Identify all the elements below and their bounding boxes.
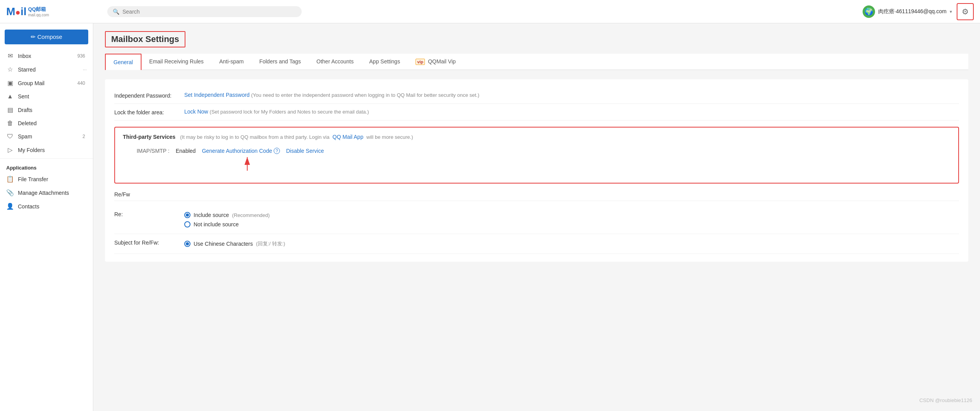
inbox-icon: ✉ — [6, 52, 14, 59]
third-party-desc2: will be more secure.) — [367, 134, 413, 140]
sidebar-item-label: Inbox — [18, 53, 31, 59]
compose-button[interactable]: ✏ Compose — [5, 30, 88, 44]
sidebar-item-group-mail[interactable]: ▣ Group Mail 440 — [0, 76, 93, 90]
sidebar-item-label: Manage Attachments — [18, 190, 69, 196]
re-include-source-option[interactable]: Include source (Recommended) — [184, 210, 959, 220]
sidebar-item-label: Starred — [18, 66, 36, 73]
starred-icon: ☆ — [6, 66, 14, 73]
sidebar: ✏ Compose ✉ Inbox 936 ☆ Starred ··· ▣ Gr… — [0, 23, 93, 411]
logo: M●il — [6, 5, 26, 18]
lock-folder-desc: (Set password lock for My Folders and No… — [210, 109, 369, 115]
sidebar-item-drafts[interactable]: ▤ Drafts — [0, 103, 93, 117]
subject-chinese-option[interactable]: Use Chinese Characters (回复:/ 转发:) — [184, 239, 959, 249]
drafts-icon: ▤ — [6, 106, 14, 114]
group-mail-badge: 440 — [76, 80, 87, 86]
subject-note: (回复:/ 转发:) — [256, 240, 285, 247]
qq-mail-app-link[interactable]: QQ Mail App — [332, 134, 363, 140]
file-transfer-icon: 📋 — [6, 175, 14, 183]
search-bar: 🔍 — [107, 6, 302, 17]
sidebar-item-starred[interactable]: ☆ Starred ··· — [0, 63, 93, 76]
re-options: Include source (Recommended) Not include… — [184, 210, 959, 229]
sidebar-item-label: Drafts — [18, 107, 32, 113]
inbox-badge: 936 — [76, 53, 87, 59]
main-layout: ✏ Compose ✉ Inbox 936 ☆ Starred ··· ▣ Gr… — [0, 23, 980, 411]
sidebar-item-label: My Folders — [18, 147, 45, 153]
independent-password-label: Independent Password: — [114, 92, 184, 99]
set-independent-password-link[interactable]: Set Independent Password — [184, 92, 250, 98]
tab-vip-label: QQMail Vip — [428, 58, 456, 65]
tabs: General Email Receiving Rules Anti-spam … — [105, 54, 968, 70]
contacts-icon: 👤 — [6, 203, 14, 210]
avatar: 🌍 — [863, 5, 875, 18]
independent-password-desc: (You need to enter the independent passw… — [251, 92, 479, 98]
vip-badge: vip — [416, 59, 425, 65]
tab-app-settings[interactable]: App Settings — [362, 54, 408, 70]
sidebar-item-my-folders[interactable]: ▷ My Folders — [0, 143, 93, 157]
re-option1-label: Include source — [194, 212, 229, 218]
third-party-title: Third-party Services (It may be risky to… — [123, 134, 950, 140]
header: M●il QQ邮箱 mail.qq.com 🔍 🌍 肉疙瘩·461119446@… — [0, 0, 980, 23]
subject-setting-row: Subject for Re/Fw: Use Chinese Character… — [114, 234, 959, 254]
sidebar-item-label: Deleted — [18, 120, 37, 126]
sidebar-item-label: Sent — [18, 93, 29, 100]
re-not-include-radio[interactable] — [184, 221, 190, 227]
tab-folders-tags[interactable]: Folders and Tags — [252, 54, 309, 70]
sidebar-item-file-transfer[interactable]: 📋 File Transfer — [0, 172, 93, 186]
settings-gear-button[interactable]: ⚙ — [957, 3, 974, 20]
lock-folder-label: Lock the folder area: — [114, 108, 184, 115]
sidebar-item-label: File Transfer — [18, 176, 48, 182]
lock-folder-value: Lock Now (Set password lock for My Folde… — [184, 108, 959, 115]
sidebar-item-spam[interactable]: 🛡 Spam 2 — [0, 130, 93, 143]
re-label: Re: — [114, 210, 184, 217]
tab-general[interactable]: General — [105, 54, 141, 70]
spam-icon: 🛡 — [6, 133, 14, 140]
lock-now-link[interactable]: Lock Now — [184, 108, 208, 115]
spam-badge: 2 — [81, 133, 87, 140]
disable-service-link[interactable]: Disable Service — [286, 148, 324, 154]
tab-anti-spam[interactable]: Anti-spam — [211, 54, 252, 70]
refw-section: Re/Fw Re: Include source (Recommended) N… — [114, 191, 959, 254]
user-info[interactable]: 🌍 肉疙瘩·461119446@qq.com ▾ — [863, 5, 952, 18]
my-folders-icon: ▷ — [6, 146, 14, 154]
starred-more: ··· — [83, 67, 87, 72]
refw-title: Re/Fw — [114, 191, 959, 201]
imap-label: IMAP/SMTP : — [123, 148, 169, 154]
sidebar-item-contacts[interactable]: 👤 Contacts — [0, 199, 93, 213]
sidebar-item-sent[interactable]: ▲ Sent — [0, 90, 93, 103]
lock-folder-row: Lock the folder area: Lock Now (Set pass… — [114, 104, 959, 121]
subject-chinese-radio[interactable] — [184, 241, 190, 247]
sidebar-item-deleted[interactable]: 🗑 Deleted — [0, 117, 93, 130]
sidebar-divider — [0, 158, 93, 159]
search-icon: 🔍 — [113, 9, 119, 15]
dropdown-icon: ▾ — [950, 9, 952, 14]
group-mail-icon: ▣ — [6, 79, 14, 87]
applications-title: Applications — [0, 160, 93, 172]
sidebar-item-manage-attachments[interactable]: 📎 Manage Attachments — [0, 186, 93, 199]
page-title: Mailbox Settings — [105, 31, 185, 47]
search-input[interactable] — [122, 9, 296, 15]
subject-label: Subject for Re/Fw: — [114, 239, 184, 246]
independent-password-row: Independent Password: Set Independent Pa… — [114, 87, 959, 104]
sidebar-item-inbox[interactable]: ✉ Inbox 936 — [0, 49, 93, 63]
sidebar-item-label: Spam — [18, 133, 32, 140]
deleted-icon: 🗑 — [6, 120, 14, 127]
settings-content: Independent Password: Set Independent Pa… — [105, 79, 968, 262]
independent-password-value: Set Independent Password (You need to en… — [184, 92, 959, 98]
re-not-include-option[interactable]: Not include source — [184, 220, 959, 229]
third-party-box: Third-party Services (It may be risky to… — [114, 127, 959, 184]
tab-email-receiving[interactable]: Email Receiving Rules — [141, 54, 211, 70]
watermark: CSDN @roubiebie1126 — [919, 397, 972, 403]
re-option1-note: (Recommended) — [232, 212, 270, 218]
logo-qq-text: QQ邮箱 mail.qq.com — [28, 6, 49, 17]
username: 肉疙瘩·461119446@qq.com — [878, 8, 947, 15]
sidebar-item-label: Contacts — [18, 203, 39, 210]
tab-other-accounts[interactable]: Other Accounts — [309, 54, 362, 70]
tab-qqmail-vip[interactable]: vip QQMail Vip — [408, 54, 463, 70]
subject-options: Use Chinese Characters (回复:/ 转发:) — [184, 239, 959, 249]
re-option2-label: Not include source — [194, 221, 239, 227]
re-include-source-radio[interactable] — [184, 212, 190, 218]
help-icon: ? — [274, 148, 280, 154]
third-party-desc: (It may be risky to log in to QQ mailbox… — [180, 134, 329, 140]
imap-status: Enabled — [176, 148, 196, 154]
manage-attachments-icon: 📎 — [6, 189, 14, 196]
